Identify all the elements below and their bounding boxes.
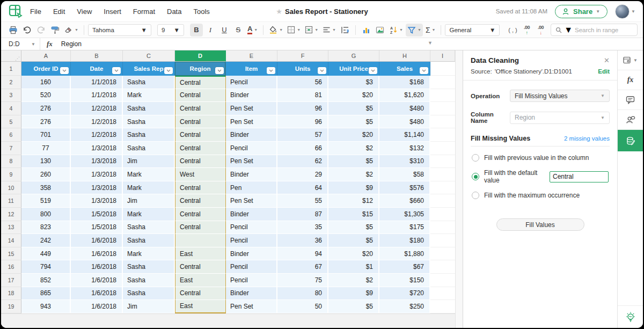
column-header-b[interactable]: B: [71, 50, 123, 62]
cell[interactable]: $1,305: [379, 208, 430, 221]
cell[interactable]: 1/2/2018: [71, 102, 123, 115]
cell[interactable]: Central: [175, 208, 226, 221]
cell[interactable]: Pen Set: [226, 102, 277, 115]
radio-fill-default[interactable]: [472, 173, 479, 180]
cell[interactable]: $480: [379, 115, 430, 129]
bold-button[interactable]: B: [190, 24, 203, 36]
column-header-e[interactable]: E: [226, 50, 277, 62]
radio-fill-previous[interactable]: [472, 154, 479, 162]
cell[interactable]: Central: [175, 142, 226, 155]
cell[interactable]: $720: [379, 287, 430, 301]
cell[interactable]: Pencil: [226, 234, 277, 247]
cell[interactable]: 276: [21, 115, 71, 129]
cell[interactable]: 96: [277, 115, 328, 129]
filter-chevron-icon[interactable]: [318, 67, 326, 74]
cell[interactable]: Central: [175, 76, 226, 89]
empty-cell[interactable]: [430, 234, 455, 247]
header-cell[interactable]: Sales Rep: [123, 62, 175, 76]
column-header-g[interactable]: G: [328, 50, 379, 62]
cell[interactable]: $576: [379, 181, 430, 195]
font-size-select[interactable]: 9▼: [157, 24, 184, 36]
header-cell[interactable]: Item: [226, 62, 277, 76]
cell[interactable]: Binder: [226, 208, 277, 221]
italic-button[interactable]: I: [204, 24, 217, 36]
cell[interactable]: 1/3/2018: [71, 168, 123, 181]
header-cell[interactable]: Sales: [379, 62, 430, 76]
empty-cell[interactable]: [430, 128, 455, 142]
cell[interactable]: Sasha: [123, 115, 175, 129]
formula-bar-expand-icon[interactable]: ▼: [428, 40, 433, 46]
cell[interactable]: Jim: [123, 155, 175, 169]
number-format-select[interactable]: General▼: [445, 24, 500, 36]
row-header[interactable]: 2: [1, 76, 21, 89]
filter-chevron-icon[interactable]: [112, 67, 121, 74]
text-wrap-button[interactable]: [339, 24, 352, 36]
font-family-select[interactable]: Tahoma▼: [88, 24, 151, 36]
cell[interactable]: 1/5/2018: [71, 208, 123, 221]
empty-cell[interactable]: [430, 221, 455, 235]
cell[interactable]: 1/1/2018: [71, 76, 123, 89]
column-header-i[interactable]: I: [430, 50, 455, 62]
menu-edit[interactable]: Edit: [53, 8, 65, 16]
cell[interactable]: Binder: [226, 247, 277, 261]
cell[interactable]: $2: [328, 168, 379, 181]
row-header[interactable]: 7: [1, 142, 21, 155]
row-header[interactable]: 9: [1, 168, 21, 181]
cell[interactable]: Pencil: [226, 221, 277, 235]
cell[interactable]: $2: [328, 142, 379, 155]
comma-format-button[interactable]: ( , ): [506, 24, 519, 36]
filter-chevron-icon[interactable]: [215, 67, 224, 74]
cell[interactable]: 449: [21, 247, 71, 261]
cell[interactable]: Pencil: [226, 274, 277, 287]
undo-button[interactable]: [20, 24, 33, 36]
cell[interactable]: Sasha: [123, 142, 175, 155]
sidebar-data-cleaning-button[interactable]: [618, 130, 643, 151]
cell[interactable]: 80: [277, 287, 328, 301]
empty-cell[interactable]: [430, 194, 455, 208]
column-header-d[interactable]: D: [175, 50, 226, 62]
menu-file[interactable]: File: [30, 8, 41, 16]
row-header[interactable]: 15: [1, 247, 21, 261]
fill-values-button[interactable]: Fill Values: [496, 218, 584, 231]
cell[interactable]: 242: [21, 234, 71, 247]
cell[interactable]: Central: [175, 89, 226, 103]
decrease-decimal-button[interactable]: .00↓: [534, 24, 547, 36]
cell[interactable]: 67: [277, 260, 328, 274]
row-header[interactable]: 8: [1, 155, 21, 169]
cell[interactable]: 55: [277, 194, 328, 208]
cell[interactable]: Binder: [226, 287, 277, 301]
sidebar-functions-button[interactable]: fx: [618, 70, 643, 90]
empty-cell[interactable]: [430, 181, 455, 195]
panel-close-icon[interactable]: ✕: [604, 56, 610, 64]
cell[interactable]: Central: [175, 102, 226, 115]
cell[interactable]: $12: [328, 194, 379, 208]
menu-format[interactable]: Format: [133, 8, 155, 16]
cell[interactable]: Central: [175, 287, 226, 301]
cell[interactable]: East: [175, 247, 226, 261]
cell[interactable]: Mark: [123, 168, 175, 181]
cell[interactable]: 520: [21, 89, 71, 103]
cell[interactable]: 1/6/2018: [71, 247, 123, 261]
underline-button[interactable]: U: [218, 24, 231, 36]
column-header-a[interactable]: A: [21, 50, 71, 62]
empty-cell[interactable]: [430, 115, 455, 129]
insert-chart-button[interactable]: [360, 24, 372, 36]
cell[interactable]: 358: [21, 181, 71, 195]
row-header[interactable]: 13: [1, 221, 21, 235]
cell[interactable]: $20: [328, 247, 379, 261]
cell[interactable]: 96: [277, 102, 328, 115]
account-menu[interactable]: ▼: [615, 4, 635, 19]
share-button[interactable]: Share ▼: [555, 5, 608, 18]
cell[interactable]: 943: [21, 300, 71, 313]
cell[interactable]: 1/3/2018: [71, 142, 123, 155]
cell[interactable]: $9: [328, 287, 379, 301]
fill-color-button[interactable]: ▼: [267, 24, 284, 36]
insert-image-button[interactable]: [374, 24, 386, 36]
menu-insert[interactable]: Insert: [104, 8, 121, 16]
cell[interactable]: Central: [175, 221, 226, 235]
redo-button[interactable]: [34, 24, 47, 36]
user-avatar[interactable]: [615, 4, 630, 19]
cell[interactable]: 1/2/2018: [71, 128, 123, 142]
cell[interactable]: Central: [175, 115, 226, 129]
cell[interactable]: Mark: [123, 247, 175, 261]
